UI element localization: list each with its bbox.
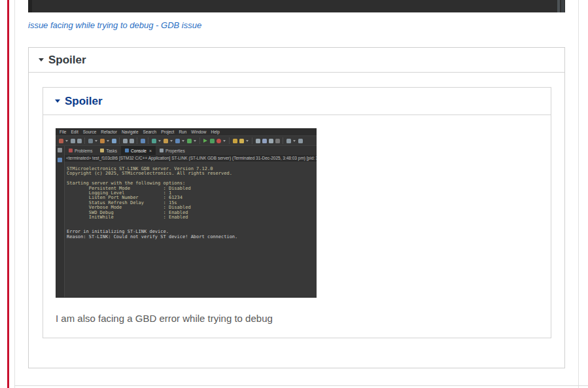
new-source-icon — [112, 139, 116, 143]
run-config-icon — [164, 139, 168, 143]
menu-item-edit: Edit — [71, 130, 78, 134]
menu-item-run: Run — [179, 130, 186, 134]
tab-problems: Problems — [65, 146, 96, 155]
ide-main-area: ProblemsTasksConsole×Properties <termina… — [65, 146, 317, 297]
tab-label: Console — [131, 149, 147, 153]
mark-occurrences-icon — [239, 139, 244, 143]
problems-icon — [69, 149, 73, 152]
gdb-issue-link[interactable]: issue facing while trying to debug - GDB… — [28, 20, 201, 30]
console-view-icon — [141, 139, 145, 143]
save-all-icon — [77, 139, 82, 143]
dropdown-chevron-icon — [107, 140, 109, 142]
views-icon — [298, 139, 303, 143]
tab-tasks: Tasks — [96, 146, 121, 155]
cropped-image-bottom — [28, 0, 565, 12]
dropdown-chevron-icon — [182, 140, 184, 142]
console-icon — [125, 149, 129, 152]
dropdown-chevron-icon — [65, 140, 68, 142]
grid-icon — [269, 139, 273, 143]
toolbar-separator — [84, 137, 85, 144]
dropdown-chevron-icon — [246, 140, 249, 142]
save-icon — [71, 139, 75, 143]
menu-item-window: Window — [191, 130, 206, 134]
build-icon — [100, 139, 105, 143]
debug-icon — [152, 139, 156, 143]
toolbar-separator — [283, 137, 283, 144]
properties-icon — [160, 149, 164, 152]
inner-spoiler-box: Spoiler FileEditSourceRefactorNavigateSe… — [43, 87, 551, 338]
terminate-icon — [216, 139, 221, 143]
toolbar-separator — [148, 137, 148, 144]
open-element-icon — [233, 139, 237, 143]
skip-breakpoints-icon — [88, 139, 93, 143]
new-icon — [59, 139, 63, 143]
toolbar-separator — [137, 137, 137, 144]
tab-console: Console× — [121, 146, 156, 155]
tab-label: Tasks — [106, 149, 117, 153]
left-accent-line — [7, 0, 9, 388]
outer-spoiler-label: Spoiler — [48, 54, 86, 67]
pin-icon — [256, 139, 260, 143]
perspective-icon — [286, 139, 291, 143]
tab-properties: Properties — [156, 146, 189, 155]
forum-post-page: issue facing while trying to debug - GDB… — [0, 0, 588, 388]
tab-label: Properties — [165, 149, 185, 153]
ide-menubar: FileEditSourceRefactorNavigateSearchProj… — [56, 128, 317, 135]
console-mini-icon — [58, 158, 62, 162]
console-status-line: <terminated> test_f103c8t6 [STM32 C/C++ … — [65, 155, 317, 162]
post-caption-text: I am also facing a GBD error while tryin… — [56, 313, 273, 324]
menu-item-project: Project — [161, 130, 174, 134]
ide-tabbar: ProblemsTasksConsole×Properties — [65, 146, 317, 155]
dropdown-chevron-icon — [170, 140, 173, 142]
menu-item-source: Source — [83, 130, 97, 134]
tasks-icon — [100, 149, 104, 152]
menu-item-navigate: Navigate — [122, 130, 139, 134]
ide-lower-area: ProblemsTasksConsole×Properties <termina… — [56, 146, 317, 297]
dropdown-chevron-icon — [223, 140, 226, 142]
bottom-divider-line — [14, 385, 588, 386]
caret-down-icon — [39, 58, 44, 62]
dropdown-chevron-icon — [293, 140, 296, 142]
toolbar-separator — [199, 137, 200, 144]
tab-label: Problems — [75, 149, 92, 153]
menu-item-file: File — [60, 130, 66, 134]
coverage-icon — [187, 139, 192, 143]
bug-icon — [210, 139, 215, 143]
cropped-image-scrollbar — [557, 0, 560, 12]
ide-screenshot-image: FileEditSourceRefactorNavigateSearchProj… — [56, 128, 317, 298]
inner-spoiler-label: Spoiler — [65, 95, 103, 108]
toolbar-separator — [119, 137, 120, 144]
menu-item-help: Help — [211, 130, 219, 134]
outer-spoiler-box: Spoiler Spoiler FileEditSourceRefactorNa… — [28, 47, 565, 368]
outer-spoiler-header[interactable]: Spoiler — [29, 48, 564, 73]
ide-view-minibar — [56, 146, 65, 297]
dropdown-chevron-icon — [194, 140, 196, 142]
toolbar-separator — [252, 137, 252, 144]
external-tools-icon — [175, 139, 180, 143]
ide-toolbar — [56, 135, 317, 146]
console-error-output: Error in initializing ST-LINK device. Re… — [67, 230, 317, 239]
inner-spoiler-header[interactable]: Spoiler — [43, 88, 551, 115]
forward-icon — [130, 139, 134, 143]
minimize-icon — [275, 139, 280, 143]
menu-item-search: Search — [143, 130, 157, 134]
cropped-image-left-edge — [28, 0, 32, 12]
menu-item-refactor: Refactor — [101, 130, 117, 134]
left-border-line — [14, 0, 15, 388]
close-icon: × — [149, 149, 152, 153]
back-icon — [123, 139, 128, 143]
bookmark-icon — [262, 139, 267, 143]
dropdown-chevron-icon — [158, 140, 161, 142]
right-border-line — [578, 0, 579, 388]
console-output-area: STMicroelectronics ST-LINK GDB server. V… — [65, 162, 317, 297]
toolbar-separator — [229, 137, 230, 144]
dropdown-chevron-icon — [95, 140, 97, 142]
resume-icon — [203, 139, 207, 143]
console-server-output: STMicroelectronics ST-LINK GDB server. V… — [67, 167, 317, 220]
restore-view-icon — [58, 148, 62, 152]
cropped-image-scrollbar-track — [561, 0, 564, 12]
caret-down-icon — [55, 99, 60, 103]
